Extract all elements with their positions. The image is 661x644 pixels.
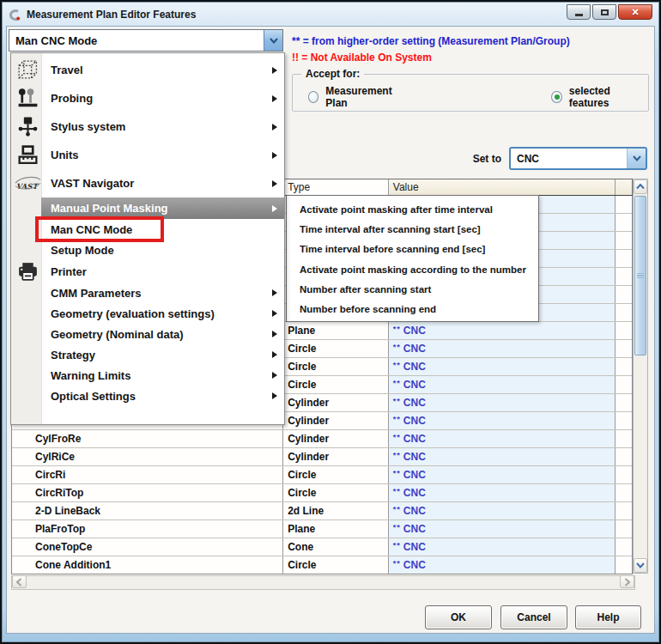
higher-order-mark: ** (393, 415, 401, 423)
cell-type[interactable]: Circle (283, 466, 389, 483)
submenu-item-number-after-scanning-start[interactable]: Number after scanning start (287, 279, 538, 299)
table-row[interactable]: CircRiTopCircle**CNC (12, 484, 632, 502)
cell-value[interactable]: **CNC (389, 412, 616, 429)
menu-item-probing[interactable]: Probing (11, 84, 284, 112)
cell-type[interactable]: Cylinder (283, 412, 389, 429)
combobox-dropdown-button[interactable] (264, 30, 282, 51)
cell-value[interactable]: **CNC (389, 448, 616, 465)
radio-measurement-plan[interactable]: Measurement Plan (308, 85, 403, 109)
cell-feature-name[interactable]: CylRiCe (12, 448, 283, 465)
table-row[interactable]: CircRiCircle**CNC (12, 466, 632, 484)
table-row[interactable]: CylFroReCylinder**CNC (12, 430, 632, 448)
cell-type[interactable]: Circle (283, 376, 389, 393)
cell-feature-name[interactable]: CircRi (12, 466, 283, 483)
value-text: CNC (403, 343, 426, 355)
cell-type[interactable]: Circle (283, 340, 389, 357)
vertical-scrollbar-thumb[interactable] (634, 196, 646, 355)
menu-item-manual-point-masking[interactable]: Manual Point Masking (41, 197, 284, 219)
horizontal-scrollbar[interactable] (11, 575, 635, 590)
cell-value[interactable]: **CNC (389, 556, 616, 574)
submenu-arrow-icon (272, 331, 277, 337)
table-row[interactable]: ConeTopCeCone**CNC (12, 538, 632, 556)
cell-feature-name[interactable]: CircRiTop (12, 484, 283, 501)
cell-value[interactable]: **CNC (389, 466, 616, 483)
submenu-arrow-icon (272, 67, 277, 74)
ok-button[interactable]: OK (425, 605, 492, 629)
cancel-button[interactable]: Cancel (500, 605, 567, 629)
radio-selected-features[interactable]: selected features (551, 85, 641, 109)
cell-type[interactable]: Cone (283, 538, 389, 556)
menu-item-stylus-system[interactable]: Stylus system (11, 112, 284, 141)
scroll-right-button[interactable] (620, 575, 634, 588)
cell-type[interactable]: Cylinder (283, 448, 389, 465)
cell-value[interactable]: **CNC (389, 340, 616, 357)
set-to-dropdown-button[interactable] (627, 149, 646, 168)
cell-type[interactable]: Circle (283, 484, 389, 501)
close-button[interactable]: ✕ (618, 4, 652, 20)
menu-item-warning-limits[interactable]: Warning Limits (11, 365, 284, 386)
cell-type[interactable]: 2d Line (283, 502, 389, 519)
submenu-item-time-interval-before-scanning-end-sec[interactable]: Time interval before scanning end [sec] (287, 240, 538, 259)
chevron-down-icon (633, 155, 641, 161)
scroll-left-button[interactable] (12, 575, 27, 588)
submenu-item-time-interval-after-scanning-start-sec[interactable]: Time interval after scanning start [sec] (287, 219, 538, 239)
cell-value[interactable]: **CNC (389, 394, 616, 411)
menu-item-travel[interactable]: Travel (11, 56, 284, 84)
cell-value[interactable]: **CNC (389, 520, 616, 538)
settings-category-combobox[interactable]: Man CNC Mode (9, 29, 283, 52)
submenu-item-number-before-scanning-end[interactable]: Number before scanning end (287, 299, 538, 319)
cell-feature-name[interactable]: PlaFroTop (12, 520, 283, 538)
radio-circle-icon (308, 91, 318, 103)
cell-feature-name[interactable]: Cone Addition1 (12, 556, 283, 574)
column-header-type[interactable]: Type (283, 179, 389, 195)
cell-type[interactable]: Circle (283, 556, 389, 574)
cell-end (616, 466, 632, 483)
maximize-button[interactable] (592, 4, 616, 20)
cell-feature-name[interactable]: ConeTopCe (12, 538, 283, 556)
menu-item-label: Man CNC Mode (51, 223, 132, 236)
menu-item-cmm-parameters[interactable]: CMM Parameters (11, 283, 284, 303)
submenu-item-activate-point-masking-according-to-the-number[interactable]: Activate point masking according to the … (287, 259, 538, 279)
submenu-arrow-icon (272, 205, 277, 212)
table-row[interactable]: Cone Addition1Circle**CNC (12, 556, 632, 574)
cell-type[interactable]: Plane (283, 520, 389, 538)
cell-value[interactable]: **CNC (389, 376, 616, 393)
minimize-button[interactable] (567, 4, 591, 20)
submenu-arrow-icon (272, 152, 277, 159)
cell-value[interactable]: **CNC (389, 322, 616, 339)
submenu-item-activate-point-masking-after-time-interval[interactable]: Activate point masking after time interv… (287, 199, 538, 219)
menu-item-geometry-evaluation-settings[interactable]: Geometry (evaluation settings) (11, 303, 284, 324)
set-to-combobox[interactable]: CNC (509, 147, 647, 170)
table-row[interactable]: PlaFroTopPlane**CNC (12, 520, 632, 538)
vertical-scrollbar[interactable] (633, 179, 648, 574)
menu-item-label: Manual Point Masking (51, 202, 168, 215)
radio-label: Measurement Plan (325, 85, 403, 109)
menu-item-geometry-nominal-data[interactable]: Geometry (Nominal data) (11, 324, 284, 344)
cell-feature-name[interactable]: CylFroRe (12, 430, 283, 447)
menu-item-setup-mode[interactable]: Setup Mode (11, 240, 284, 260)
cell-type[interactable]: Plane (283, 322, 389, 339)
cell-feature-name[interactable]: 2-D LineBack (12, 502, 283, 519)
menu-item-optical-settings[interactable]: Optical Settings (11, 386, 284, 406)
cell-value[interactable]: **CNC (389, 430, 616, 447)
value-text: CNC (403, 397, 426, 409)
menu-item-strategy[interactable]: Strategy (11, 344, 284, 365)
cell-value[interactable]: **CNC (389, 358, 616, 375)
table-row[interactable]: 2-D LineBack2d Line**CNC (12, 502, 632, 520)
menu-item-vast-navigator[interactable]: VASTVAST Navigator (11, 169, 284, 197)
help-button[interactable]: Help (575, 605, 641, 629)
menu-item-label: Stylus system (51, 120, 125, 133)
cell-type[interactable]: Circle (283, 358, 389, 375)
column-header-value[interactable]: Value (389, 179, 616, 195)
cell-type[interactable]: Cylinder (283, 394, 389, 411)
menu-item-man-cnc-mode[interactable]: Man CNC Mode (11, 219, 284, 240)
cell-value[interactable]: **CNC (389, 538, 616, 556)
scroll-up-button[interactable] (634, 179, 647, 194)
menu-item-units[interactable]: Units (11, 141, 284, 169)
table-row[interactable]: CylRiCeCylinder**CNC (12, 448, 632, 466)
cell-type[interactable]: Cylinder (283, 430, 389, 447)
scroll-down-button[interactable] (634, 558, 647, 573)
menu-item-printer[interactable]: Printer (11, 260, 284, 283)
cell-value[interactable]: **CNC (389, 502, 616, 519)
cell-value[interactable]: **CNC (389, 484, 616, 501)
